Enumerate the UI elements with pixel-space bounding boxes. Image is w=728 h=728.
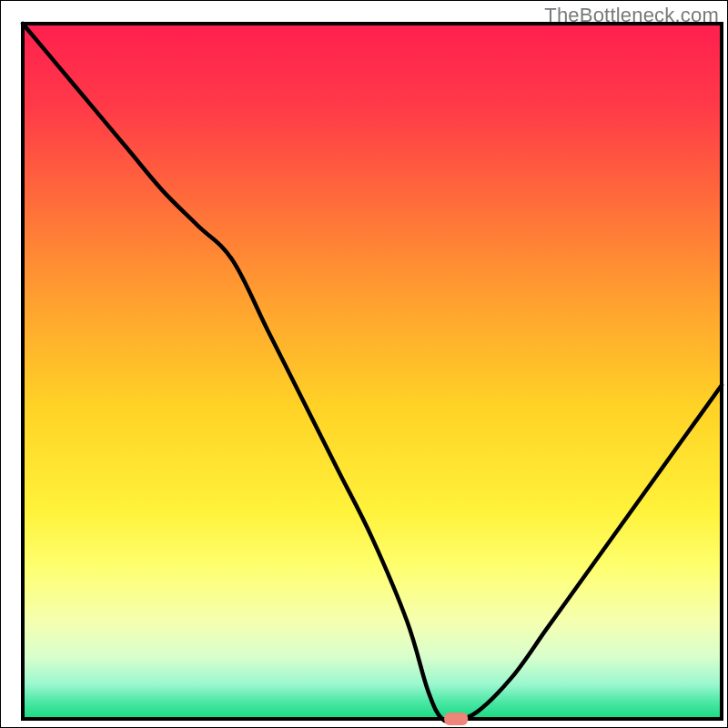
optimum-marker bbox=[444, 713, 468, 725]
watermark-text: TheBottleneck.com bbox=[544, 4, 719, 27]
plot-background bbox=[23, 24, 722, 719]
chart-svg bbox=[0, 0, 728, 728]
bottleneck-chart: TheBottleneck.com bbox=[0, 0, 728, 728]
